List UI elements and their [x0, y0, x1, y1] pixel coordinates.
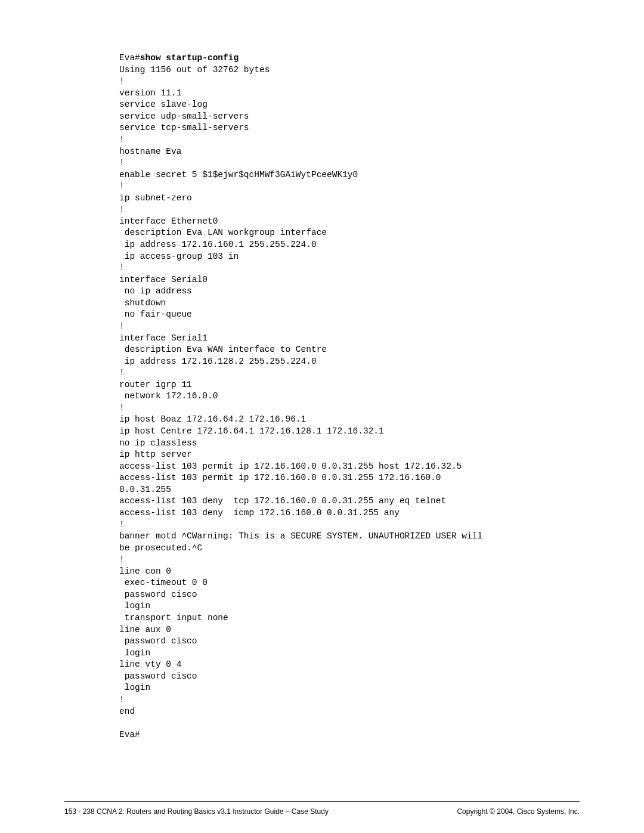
page-footer: 153 - 238 CCNA 2: Routers and Routing Ba…: [64, 807, 580, 816]
terminal-prompt: Eva#: [119, 53, 140, 63]
footer-left: 153 - 238 CCNA 2: Routers and Routing Ba…: [64, 807, 329, 816]
config-output: Using 1156 out of 32762 bytes ! version …: [119, 65, 482, 739]
footer-right: Copyright © 2004, Cisco Systems, Inc.: [457, 807, 580, 816]
page-container: Eva#show startup-config Using 1156 out o…: [0, 0, 644, 833]
terminal-command: show startup-config: [140, 53, 239, 63]
footer-separator: [64, 801, 580, 802]
terminal-output: Eva#show startup-config Using 1156 out o…: [119, 52, 580, 741]
